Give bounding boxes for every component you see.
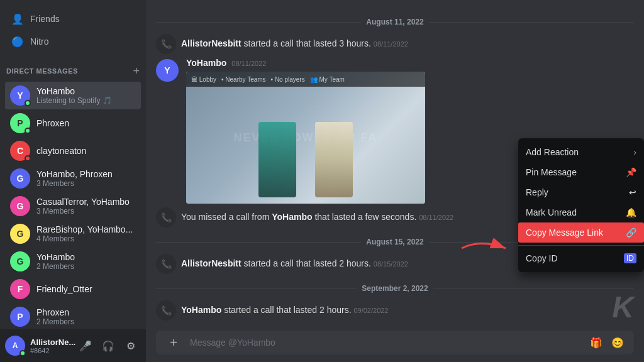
date-divider-aug11: August 11, 2022	[156, 18, 634, 26]
dm-item-name: YoHambo	[36, 252, 75, 262]
call-icon: 📞	[156, 300, 176, 321]
dm-item-name: RareBishop, YoHambo...	[36, 224, 133, 234]
dm-header-label: Direct Messages	[6, 67, 78, 75]
status-dot	[25, 128, 31, 134]
dm-item-yohambo2[interactable]: G YoHambo 2 Members	[5, 248, 141, 275]
chevron-right-icon: ›	[633, 147, 636, 157]
date-divider-sep2: September 2, 2022	[156, 284, 634, 293]
dm-item-group2[interactable]: G CasualTerror, YoHambo 3 Members	[5, 192, 141, 220]
dm-header: Direct Messages +	[0, 55, 146, 79]
context-item-label: Copy ID	[526, 253, 558, 263]
context-pin-message[interactable]: Pin Message 📌	[518, 162, 644, 182]
dm-item-sub: 3 Members	[36, 179, 113, 188]
settings-icon[interactable]: ⚙	[121, 336, 141, 356]
date-label: August 15, 2022	[366, 238, 423, 246]
context-reply[interactable]: Reply ↩	[518, 182, 644, 202]
user-info: A AllistorNe... #8642	[5, 336, 72, 356]
message-text: AllistorNesbitt started a call that last…	[181, 38, 408, 50]
game-chars	[258, 122, 353, 197]
dm-item-info: RareBishop, YoHambo... 4 Members	[36, 224, 133, 243]
call-message: 📞 AllistorNesbitt started a call that la…	[156, 33, 634, 55]
reply-icon: ↩	[629, 187, 636, 197]
status-dot	[25, 100, 31, 106]
context-item-label: Add Reaction	[526, 147, 579, 157]
friends-icon: 👤	[11, 13, 24, 25]
dm-item-name: CasualTerror, YoHambo	[36, 197, 130, 207]
bottom-icons: 🎤 🎧 ⚙	[75, 336, 141, 356]
dm-item-sub: Listening to Spotify 🎵	[36, 96, 112, 105]
call-message-sep2: 📞 YoHambo started a call that lasted 2 h…	[156, 299, 634, 322]
emoji-icon[interactable]: 😊	[609, 334, 626, 351]
context-item-label: Pin Message	[526, 167, 577, 177]
avatar: G	[10, 196, 30, 216]
context-item-label: Reply	[526, 187, 548, 197]
dm-item-name: YoHambo	[36, 86, 112, 96]
divider-line	[156, 288, 357, 289]
bell-icon: 🔔	[626, 207, 636, 217]
dm-item-phroxen2[interactable]: P Phroxen 2 Members	[5, 303, 141, 329]
dm-add-button[interactable]: +	[133, 65, 140, 77]
microphone-icon[interactable]: 🎤	[75, 336, 96, 356]
game-top-bar: 🏛 Lobby • Nearby Teams • No players 👥 My…	[186, 72, 425, 87]
context-add-reaction[interactable]: Add Reaction ›	[518, 142, 644, 162]
sidebar-item-label: Nitro	[30, 36, 49, 47]
chat-input[interactable]	[190, 331, 581, 354]
dm-item-sub: 3 Members	[36, 207, 130, 216]
dm-item-friendly-otter[interactable]: F Friendly_Otter	[5, 275, 141, 303]
divider-line	[156, 242, 361, 243]
character-2	[315, 122, 353, 197]
dm-item-group3[interactable]: G RareBishop, YoHambo... 4 Members	[5, 220, 141, 248]
context-item-label: Mark Unread	[526, 207, 577, 217]
dm-item-yohambo[interactable]: Y YoHambo Listening to Spotify 🎵	[5, 82, 141, 109]
avatar: G	[10, 168, 30, 189]
context-copy-message-link[interactable]: Copy Message Link 🔗	[518, 222, 644, 243]
game-image: 🏛 Lobby • Nearby Teams • No players 👥 My…	[186, 72, 425, 204]
add-attachment-button[interactable]: +	[164, 332, 184, 353]
call-icon: 📞	[156, 34, 176, 54]
pin-icon: 📌	[626, 167, 636, 177]
avatar: P	[10, 307, 30, 327]
divider-line	[156, 22, 361, 23]
user-avatar: A	[5, 336, 25, 356]
dm-item-name: claytoneaton	[36, 146, 86, 156]
date-label: September 2, 2022	[362, 284, 428, 293]
dm-item-info: Friendly_Otter	[36, 284, 92, 294]
chat-input-box: + 🎁 😊	[156, 331, 634, 354]
avatar: C	[10, 141, 30, 161]
sidebar-bottom: A AllistorNe... #8642 🎤 🎧 ⚙	[0, 329, 146, 362]
sidebar-item-friends[interactable]: 👤 Friends	[5, 8, 141, 30]
dm-item-info: Phroxen	[36, 118, 69, 128]
avatar: G	[10, 224, 30, 244]
dm-item-claytoneaton[interactable]: C claytoneaton	[5, 137, 141, 165]
call-icon: 📞	[156, 254, 176, 274]
user-tag: #8642	[30, 347, 75, 354]
avatar: P	[10, 113, 30, 133]
context-mark-unread[interactable]: Mark Unread 🔔	[518, 202, 644, 222]
message-text: YoHambo started a call that lasted 2 hou…	[181, 304, 389, 317]
chat-input-right: 🎁 😊	[587, 334, 626, 351]
sidebar-item-nitro[interactable]: 🔵 Nitro	[5, 30, 141, 53]
dm-item-info: Phroxen 2 Members	[36, 307, 74, 326]
dm-item-name: YoHambo, Phroxen	[36, 169, 113, 179]
message-header: YoHambo 08/11/2022	[186, 58, 634, 68]
dm-item-info: YoHambo, Phroxen 3 Members	[36, 169, 113, 188]
dm-item-group1[interactable]: G YoHambo, Phroxen 3 Members	[5, 165, 141, 192]
divider-line	[433, 288, 634, 289]
gift-icon[interactable]: 🎁	[587, 334, 605, 351]
status-dot	[25, 155, 31, 162]
context-copy-id[interactable]: Copy ID ID	[518, 248, 644, 268]
user-details: AllistorNe... #8642	[30, 337, 75, 354]
message-avatar: Y	[156, 59, 179, 82]
dm-item-phroxen[interactable]: P Phroxen	[5, 109, 141, 137]
dm-item-name: Friendly_Otter	[36, 284, 92, 294]
avatar: Y	[10, 85, 30, 106]
message-time: 08/11/2022	[231, 60, 266, 67]
sidebar-item-label: Friends	[30, 14, 60, 24]
dm-item-sub: 2 Members	[36, 317, 74, 326]
user-status-dot	[19, 350, 26, 356]
headphones-icon[interactable]: 🎧	[98, 336, 118, 356]
dm-item-name: Phroxen	[36, 307, 74, 317]
avatar: G	[10, 251, 30, 272]
date-label: August 11, 2022	[366, 18, 423, 26]
dm-list: Y YoHambo Listening to Spotify 🎵 P Phrox…	[0, 79, 146, 329]
